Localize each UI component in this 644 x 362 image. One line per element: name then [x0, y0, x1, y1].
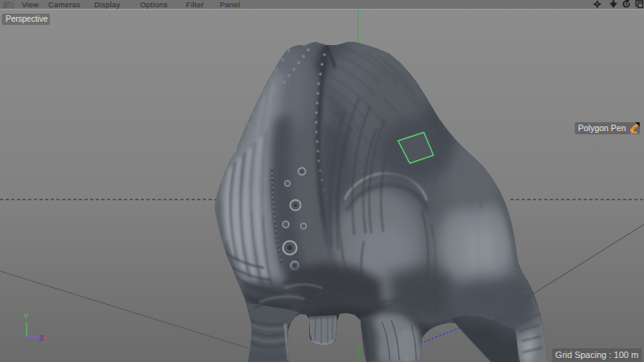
svg-text:Y: Y	[23, 311, 29, 320]
svg-text:Z: Z	[39, 333, 43, 342]
